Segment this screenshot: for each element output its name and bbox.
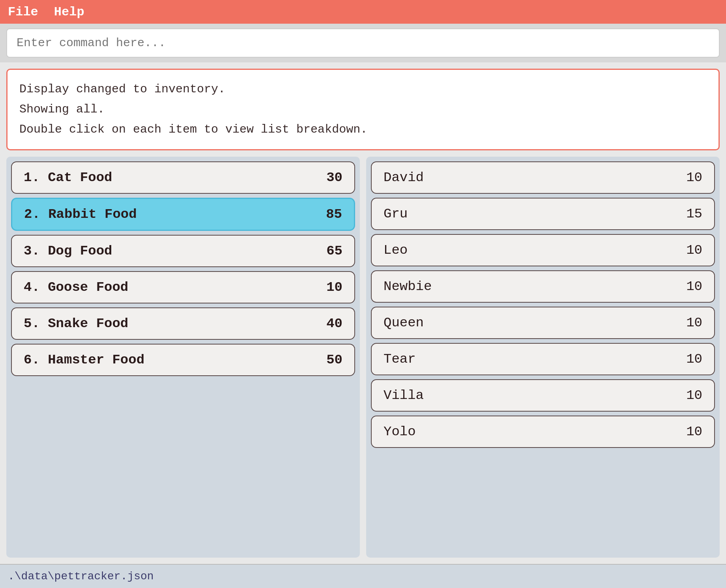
left-panel: 1. Cat Food302. Rabbit Food853. Dog Food… — [6, 157, 360, 558]
left-list-item[interactable]: 2. Rabbit Food85 — [11, 198, 355, 231]
right-item-name: Queen — [384, 315, 424, 330]
right-list-item[interactable]: Gru15 — [371, 198, 715, 230]
status-path: .\data\pettracker.json — [8, 570, 154, 582]
left-list-item[interactable]: 3. Dog Food65 — [11, 235, 355, 267]
item-name: 4. Goose Food — [24, 280, 128, 295]
right-list-item[interactable]: Villa10 — [371, 379, 715, 412]
right-item-count: 10 — [686, 243, 702, 258]
left-list-item[interactable]: 5. Snake Food40 — [11, 307, 355, 340]
main-content: 1. Cat Food302. Rabbit Food853. Dog Food… — [0, 157, 726, 564]
right-item-count: 10 — [686, 279, 702, 294]
item-count: 10 — [326, 280, 342, 295]
right-item-name: Leo — [384, 243, 408, 258]
message-line-3: Double click on each item to view list b… — [19, 120, 707, 140]
item-count: 40 — [326, 316, 342, 331]
message-line-2: Showing all. — [19, 99, 707, 120]
right-item-count: 10 — [686, 388, 702, 403]
right-item-name: Tear — [384, 352, 416, 367]
right-item-name: Newbie — [384, 279, 432, 294]
right-item-name: Gru — [384, 206, 408, 221]
right-item-name: Yolo — [384, 424, 416, 439]
left-list-item[interactable]: 6. Hamster Food50 — [11, 344, 355, 376]
item-name: 5. Snake Food — [24, 316, 128, 331]
item-name: 2. Rabbit Food — [24, 207, 137, 222]
right-item-name: David — [384, 170, 424, 185]
menubar: File Help — [0, 0, 726, 24]
item-count: 65 — [326, 243, 342, 258]
right-item-name: Villa — [384, 388, 424, 403]
menu-help[interactable]: Help — [54, 5, 84, 19]
right-list-item[interactable]: Leo10 — [371, 234, 715, 266]
right-list-item[interactable]: Queen10 — [371, 307, 715, 339]
item-name: 3. Dog Food — [24, 243, 112, 258]
item-name: 6. Hamster Food — [24, 352, 144, 367]
right-item-count: 15 — [686, 206, 702, 221]
item-count: 85 — [326, 207, 342, 222]
left-list-item[interactable]: 4. Goose Food10 — [11, 271, 355, 303]
message-box: Display changed to inventory. Showing al… — [6, 69, 720, 150]
right-list-item[interactable]: Yolo10 — [371, 416, 715, 448]
item-count: 50 — [326, 352, 342, 367]
item-name: 1. Cat Food — [24, 170, 112, 185]
item-count: 30 — [326, 170, 342, 185]
statusbar: .\data\pettracker.json — [0, 564, 726, 588]
right-list-item[interactable]: Tear10 — [371, 343, 715, 375]
right-list-item[interactable]: David10 — [371, 161, 715, 194]
right-item-count: 10 — [686, 170, 702, 185]
command-bar — [0, 24, 726, 62]
left-list-item[interactable]: 1. Cat Food30 — [11, 161, 355, 194]
menu-file[interactable]: File — [8, 5, 38, 19]
command-input[interactable] — [6, 28, 720, 58]
right-item-count: 10 — [686, 424, 702, 439]
message-line-1: Display changed to inventory. — [19, 79, 707, 99]
right-list-item[interactable]: Newbie10 — [371, 270, 715, 303]
right-item-count: 10 — [686, 352, 702, 367]
right-item-count: 10 — [686, 315, 702, 330]
right-panel: David10Gru15Leo10Newbie10Queen10Tear10Vi… — [366, 157, 720, 558]
